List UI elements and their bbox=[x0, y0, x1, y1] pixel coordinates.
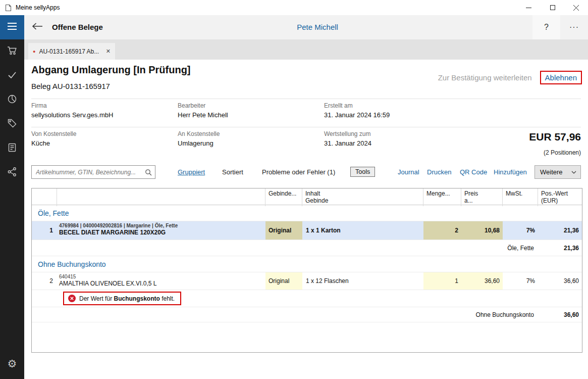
menge-cell: 2 bbox=[423, 221, 461, 240]
sidebar-item-tasks[interactable] bbox=[0, 64, 24, 88]
sidebar-item-reports[interactable] bbox=[0, 88, 24, 112]
tools-button[interactable]: Tools bbox=[350, 167, 375, 177]
search-input[interactable] bbox=[32, 166, 155, 178]
article-name: AMALTHIA OLIVENOEL EX.VI.0,5 L bbox=[59, 280, 265, 287]
sidebar-item-articles[interactable] bbox=[0, 112, 24, 136]
cart-icon bbox=[7, 45, 17, 58]
minimize-button[interactable] bbox=[517, 0, 541, 15]
article-meta: 4769984 | 04000492002816 | Margarine | Ö… bbox=[59, 223, 265, 228]
qr-code-link[interactable]: QR Code bbox=[460, 165, 487, 180]
sorted-toggle[interactable]: Sortiert bbox=[222, 165, 243, 180]
field-value-erstellt: 31. Januar 2024 16:59 bbox=[324, 111, 390, 119]
check-icon bbox=[7, 70, 17, 82]
error-text-field: Buchungskonto bbox=[114, 295, 159, 302]
table-row[interactable]: 1 4769984 | 04000492002816 | Margarine |… bbox=[32, 221, 582, 240]
field-label-an-kostenstelle: An Kostenstelle bbox=[178, 130, 220, 137]
print-link[interactable]: Drucken bbox=[427, 165, 451, 180]
search-box[interactable] bbox=[31, 165, 155, 179]
field-label-von-kostenstelle: Von Kostenstelle bbox=[31, 130, 76, 137]
error-text-prefix: Der Wert für bbox=[79, 295, 114, 302]
wert-cell: 21,36 bbox=[538, 221, 582, 240]
share-icon bbox=[7, 167, 17, 179]
window-title: Meine sellyApps bbox=[16, 4, 60, 11]
table-header-row: Gebinde... Inhalt Gebinde Menge... Preis… bbox=[32, 188, 582, 205]
menu-icon bbox=[8, 23, 17, 32]
search-icon bbox=[145, 169, 152, 177]
tag-icon bbox=[7, 118, 17, 130]
more-options-button[interactable]: ··· bbox=[560, 15, 588, 39]
journal-link[interactable]: Journal bbox=[398, 165, 419, 180]
reject-button[interactable]: Ablehnen bbox=[540, 71, 582, 84]
page-title: Offene Belege bbox=[52, 15, 103, 39]
table-empty-area bbox=[32, 322, 582, 352]
divider bbox=[31, 99, 581, 99]
gear-icon: ⚙ bbox=[8, 358, 17, 370]
more-actions-label: Weitere bbox=[540, 168, 563, 176]
positions-table: Gebinde... Inhalt Gebinde Menge... Preis… bbox=[31, 188, 582, 353]
help-button[interactable]: ? bbox=[532, 15, 560, 39]
tab-close-icon[interactable]: ✕ bbox=[106, 48, 111, 55]
add-link[interactable]: Hinzufügen bbox=[494, 165, 527, 180]
menu-button[interactable] bbox=[0, 15, 24, 39]
col-header-num bbox=[32, 188, 57, 206]
window-titlebar: Meine sellyApps bbox=[0, 0, 588, 15]
field-value-an-kostenstelle: Umlagerung bbox=[178, 139, 213, 147]
pie-chart-icon bbox=[7, 94, 17, 106]
list-toolbar: Gruppiert Sortiert Probleme oder Fehler … bbox=[24, 165, 588, 180]
forward-action[interactable]: Zur Bestätigung weiterleiten bbox=[438, 73, 532, 82]
article-meta: 640415 bbox=[59, 274, 265, 279]
inhalt-cell: 1 x 12 Flaschen bbox=[302, 272, 423, 290]
sidebar-item-documents[interactable] bbox=[0, 136, 24, 161]
row-number: 1 bbox=[32, 221, 57, 240]
col-header-desc bbox=[57, 188, 265, 206]
maximize-button[interactable] bbox=[541, 0, 564, 15]
journal-icon bbox=[7, 143, 17, 155]
field-value-wertstellung: 31. Januar 2024 bbox=[324, 139, 371, 147]
error-icon bbox=[68, 295, 76, 302]
col-header-mwst[interactable]: MwSt. bbox=[503, 188, 538, 206]
document-title: Abgang Umlagerung [In Prüfung] bbox=[31, 64, 191, 76]
row-number: 2 bbox=[32, 272, 57, 290]
user-name[interactable]: Pete Michell bbox=[297, 15, 338, 39]
col-header-gebinde[interactable]: Gebinde... bbox=[265, 188, 302, 206]
sidebar-item-cart[interactable] bbox=[0, 39, 24, 64]
group-subtotal-row: Ohne Buchungskonto 36,60 bbox=[32, 307, 582, 322]
col-header-inhalt[interactable]: Inhalt Gebinde bbox=[302, 188, 423, 206]
document-number: Beleg AU-0131-165917 bbox=[31, 82, 110, 90]
wert-cell: 36,60 bbox=[538, 272, 582, 290]
col-header-wert[interactable]: Pos.-Wert (EUR) bbox=[538, 188, 582, 206]
unsaved-dot-icon: ● bbox=[33, 49, 35, 54]
subtotal-value: 36,60 bbox=[538, 307, 582, 322]
more-actions-dropdown[interactable]: Weitere bbox=[534, 165, 581, 179]
tab-strip: ● AU-0131-165917 Ab... ✕ bbox=[24, 39, 588, 60]
sidebar-item-settings[interactable]: ⚙ bbox=[0, 352, 24, 376]
group-header-ohne-buchungskonto[interactable]: Ohne Buchungskonto bbox=[32, 256, 582, 272]
document-tab[interactable]: ● AU-0131-165917 Ab... ✕ bbox=[28, 43, 115, 60]
col-header-preis[interactable]: Preis a... bbox=[461, 188, 503, 206]
field-label-bearbeiter: Bearbeiter bbox=[178, 102, 205, 109]
field-value-firma: sellysolutions Serv.ges.mbH bbox=[31, 111, 113, 119]
mwst-cell: 7% bbox=[503, 221, 538, 240]
mwst-cell: 7% bbox=[503, 272, 538, 290]
field-value-von-kostenstelle: Küche bbox=[31, 139, 50, 147]
article-name: BECEL DIAET MARGARINE 120X20G bbox=[59, 229, 265, 236]
divider bbox=[31, 127, 581, 127]
error-message: Der Wert für Buchungskonto fehlt. bbox=[63, 292, 181, 305]
back-button[interactable] bbox=[28, 15, 46, 39]
col-header-menge[interactable]: Menge... bbox=[423, 188, 461, 206]
field-label-firma: Firma bbox=[31, 102, 47, 109]
gebinde-cell: Original bbox=[265, 221, 302, 240]
sidebar-item-share[interactable] bbox=[0, 161, 24, 185]
subtotal-label: Öle, Fette bbox=[32, 240, 538, 256]
subtotal-label: Ohne Buchungskonto bbox=[32, 307, 538, 322]
preis-cell: 10,68 bbox=[461, 221, 503, 240]
table-row[interactable]: 2 640415 AMALTHIA OLIVENOEL EX.VI.0,5 L … bbox=[32, 272, 582, 290]
problems-filter[interactable]: Probleme oder Fehler (1) bbox=[262, 165, 335, 180]
close-button[interactable] bbox=[564, 0, 588, 15]
positions-count: (2 Positionen) bbox=[544, 149, 581, 156]
group-header-oele-fette[interactable]: Öle, Fette bbox=[32, 205, 582, 221]
document-view: Abgang Umlagerung [In Prüfung] Beleg AU-… bbox=[24, 60, 588, 379]
field-label-erstellt: Erstellt am bbox=[324, 102, 353, 109]
grouped-toggle[interactable]: Gruppiert bbox=[178, 165, 205, 180]
chevron-down-icon bbox=[571, 171, 576, 174]
